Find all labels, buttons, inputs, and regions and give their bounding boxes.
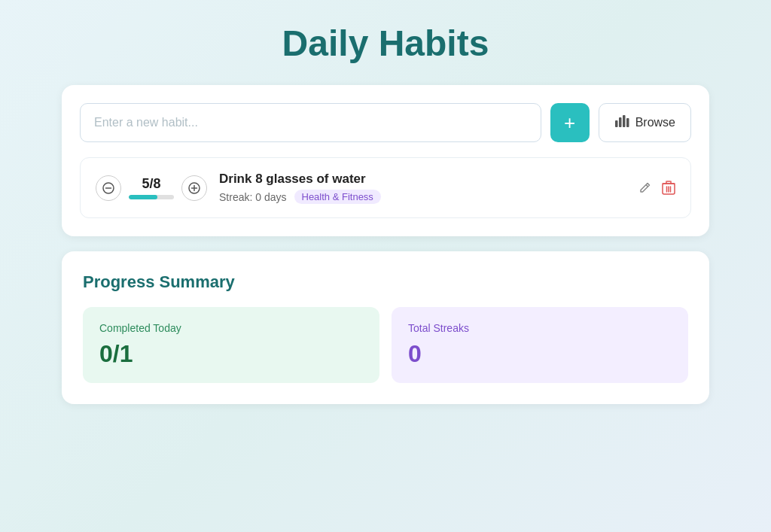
counter-display: 5/8 bbox=[129, 176, 174, 199]
habit-meta: Streak: 0 days Health & Fitness bbox=[219, 190, 626, 204]
delete-button[interactable] bbox=[662, 181, 675, 196]
habit-item: 5/8 Drink 8 glasses of water Streak: 0 d… bbox=[80, 157, 691, 218]
habit-info: Drink 8 glasses of water Streak: 0 days … bbox=[219, 172, 626, 204]
decrement-button[interactable] bbox=[96, 175, 121, 201]
counter-value: 5/8 bbox=[142, 176, 160, 192]
streaks-label: Total Streaks bbox=[408, 322, 672, 334]
completed-value: 0/1 bbox=[99, 340, 363, 368]
habit-name: Drink 8 glasses of water bbox=[219, 172, 626, 187]
habit-actions bbox=[638, 181, 675, 196]
habit-input[interactable] bbox=[80, 103, 541, 142]
svg-rect-3 bbox=[626, 118, 629, 127]
stats-row: Completed Today 0/1 Total Streaks 0 bbox=[83, 307, 688, 383]
completed-today-card: Completed Today 0/1 bbox=[83, 307, 379, 383]
add-habit-row: + Browse bbox=[80, 103, 691, 142]
svg-rect-0 bbox=[615, 120, 618, 127]
completed-label: Completed Today bbox=[99, 322, 363, 334]
progress-bar-track bbox=[129, 195, 174, 199]
habits-card: + Browse bbox=[62, 85, 709, 236]
category-badge: Health & Fitness bbox=[294, 190, 381, 204]
add-habit-button[interactable]: + bbox=[550, 103, 590, 142]
streaks-value: 0 bbox=[408, 340, 672, 368]
progress-title: Progress Summary bbox=[83, 272, 688, 292]
habit-streak: Streak: 0 days bbox=[219, 191, 287, 203]
browse-icon bbox=[614, 114, 629, 132]
progress-bar-fill bbox=[129, 195, 157, 199]
increment-button[interactable] bbox=[181, 175, 207, 201]
edit-button[interactable] bbox=[638, 181, 651, 195]
svg-line-9 bbox=[646, 184, 648, 187]
progress-card: Progress Summary Completed Today 0/1 Tot… bbox=[62, 251, 709, 404]
total-streaks-card: Total Streaks 0 bbox=[392, 307, 688, 383]
svg-rect-1 bbox=[619, 117, 622, 127]
svg-rect-2 bbox=[623, 115, 626, 127]
browse-label: Browse bbox=[635, 116, 675, 129]
counter-section: 5/8 bbox=[96, 175, 207, 201]
page-title: Daily Habits bbox=[282, 23, 489, 64]
browse-button[interactable]: Browse bbox=[599, 103, 691, 142]
